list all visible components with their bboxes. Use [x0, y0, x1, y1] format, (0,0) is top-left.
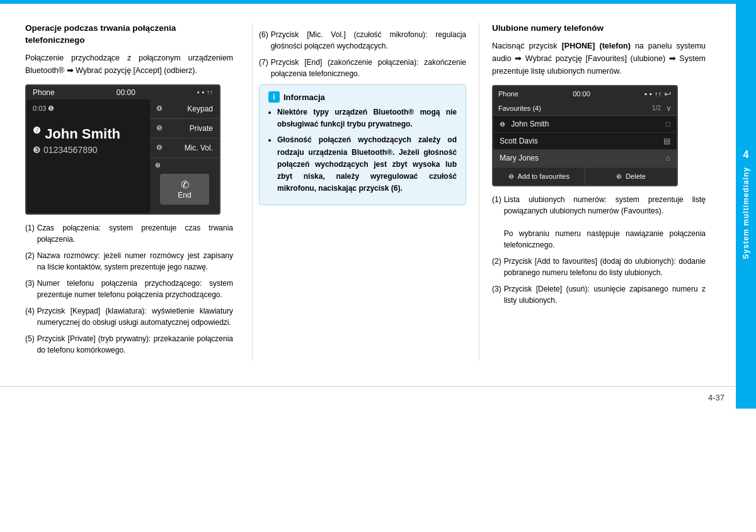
favourites-bar: Favourites (4) 1/2 ∨ [493, 101, 677, 116]
delete-btn[interactable]: ❸ Delete [585, 167, 677, 185]
signal-icon: ▪ [202, 89, 204, 96]
contact-name-1: John Smith [511, 120, 549, 128]
phone-label-right: Phone [498, 90, 518, 98]
end-label: End [165, 191, 204, 200]
phone-contact-number: ❸ 01234567890 [33, 145, 144, 155]
list-item: (3) Numer telefonu połączenia przychodzą… [25, 278, 233, 300]
favourites-label: Favourites (4) [498, 105, 541, 112]
contact-name-2: Scott Davis [500, 137, 538, 145]
private-btn[interactable]: ❺ Private [150, 119, 219, 139]
bluetooth-icon: ↑↑ [207, 89, 213, 96]
item-text: Przycisk [Delete] (usuń): usunięcie zapi… [504, 283, 706, 306]
left-section-title: Operacje podczas trwania połączenia tele… [25, 23, 233, 47]
item-num: (2) [25, 250, 35, 273]
item-num: (6) [259, 29, 268, 52]
mic-vol-btn[interactable]: ❻ Mic. Vol. [150, 139, 219, 158]
pagination-text: 1/2 [652, 105, 661, 111]
contact-info-2: Scott Davis [500, 137, 538, 145]
private-badge: ❺ [156, 124, 163, 132]
contact-info-3: Mary Jones [500, 154, 539, 162]
item-text: Przycisk [Private] (tryb prywatny): prze… [37, 333, 233, 356]
phone-screen-right: Phone 00:00 ▪ ▪ ↑↑ ↩ Favourites (4) 1/2 … [492, 85, 678, 186]
scroll-down-icon[interactable]: ∨ [666, 104, 672, 113]
left-numbered-list: (1) Czas połączenia: system prezentuje c… [25, 222, 233, 356]
back-btn[interactable]: ↩ [664, 89, 672, 99]
phone-screen-left: Phone 00:00 ▪ ▪ ↑↑ 0:03 ❶ ❷ [25, 84, 220, 215]
info-box: i Informacja Niektóre typy urządzeń Blue… [259, 84, 466, 205]
right-column: Ulubione numery telefonów Nacisnąć przyc… [479, 23, 731, 361]
add-fav-badge: ❷ [508, 173, 514, 180]
item-num: (4) [25, 305, 35, 328]
phone-buttons: ❹ Keypad ❺ Private ❻ Mic. Vol. ❼ [150, 99, 219, 213]
keypad-btn[interactable]: ❹ Keypad [150, 99, 219, 119]
phone-body-left: 0:03 ❶ ❷ John Smith ❸ 01234567890 [26, 99, 219, 213]
add-fav-label: Add to favourites [517, 173, 570, 180]
item-num: (2) [492, 256, 501, 278]
list-item: (2) Nazwa rozmówcy: jeżeli numer rozmówc… [25, 250, 233, 273]
item-text: Numer telefonu połączenia przychodzącego… [37, 278, 233, 300]
contact-badge-1: ❶ [500, 121, 505, 128]
phone-icons-right: ▪ ▪ ↑↑ ↩ [644, 89, 672, 99]
info-item: Niektóre typy urządzeń Bluetooth® mogą n… [277, 106, 457, 130]
phone-header-right: Phone 00:00 ▪ ▪ ↑↑ ↩ [493, 86, 677, 101]
phone-icons-left: ▪ ▪ ↑↑ [197, 89, 213, 96]
end-btn-area: ❼ ✆ End [150, 158, 219, 213]
pagination-area: 1/2 ∨ [652, 104, 672, 113]
mic-badge: ❻ [156, 144, 163, 152]
list-item: (5) Przycisk [Private] (tryb prywatny): … [25, 333, 233, 356]
phone-contact-name-left: ❷ John Smith [33, 125, 144, 142]
item-text: Przycisk [End] (zakończenie połączenia):… [271, 57, 466, 79]
battery-icon: ▪ [197, 89, 200, 96]
battery-icon-r: ▪ [644, 90, 647, 98]
list-item: (3) Przycisk [Delete] (usuń): usunięcie … [492, 283, 706, 306]
call-time: 0:03 ❶ [33, 105, 144, 113]
mic-label: Mic. Vol. [185, 144, 213, 152]
right-numbered-list: (1) Lista ulubionych numerów: system pre… [492, 194, 706, 306]
item-num: (1) [25, 222, 35, 245]
contact-icon-1: □ [666, 120, 670, 128]
list-item: (1) Czas połączenia: system prezentuje c… [25, 222, 233, 245]
contact-row-2[interactable]: Scott Davis ▤ [493, 133, 677, 150]
left-column: Operacje podczas trwania połączenia tele… [25, 23, 252, 361]
signal-icon-r: ▪ [650, 90, 652, 98]
phone-time-right: 00:00 [573, 90, 590, 98]
section-sidebar: 4 System multimedialny [736, 0, 756, 409]
list-item: (1) Lista ulubionych numerów: system pre… [492, 194, 706, 251]
contact-info-1: ❶ John Smith [500, 120, 549, 128]
item-text: Przycisk [Mic. Vol.] (czułość mikrofonu)… [271, 29, 466, 52]
info-icon: i [268, 91, 280, 103]
contact-badge: ❷ [33, 125, 41, 135]
end-badge: ❼ [155, 162, 214, 169]
item-text: Nazwa rozmówcy: jeżeli numer rozmówcy je… [37, 250, 233, 273]
end-icon: ✆ [165, 179, 204, 191]
contact-name-text: John Smith [45, 126, 120, 142]
sidebar-content: 4 System multimedialny [742, 149, 750, 259]
phone-footer: ❷ Add to favourites ❸ Delete [493, 167, 677, 185]
contact-icon-3: ⌂ [666, 154, 670, 162]
section-number: 4 [743, 149, 749, 161]
list-item: (2) Przycisk [Add to favourites] (dodaj … [492, 256, 706, 278]
info-title-text: Informacja [284, 93, 325, 102]
add-favourites-btn[interactable]: ❷ Add to favourites [493, 167, 585, 185]
right-section-intro: Nacisnąć przycisk [PHONE] (telefon) na p… [492, 40, 706, 77]
end-btn[interactable]: ✆ End [160, 174, 209, 205]
contact-icon-2: ▤ [663, 137, 670, 145]
contact-number-text: 01234567890 [43, 145, 98, 155]
list-item: (6) Przycisk [Mic. Vol.] (czułość mikrof… [259, 29, 466, 52]
phone-label-left: Phone [33, 88, 55, 97]
phone-time-left: 00:00 [117, 88, 135, 97]
delete-badge: ❸ [616, 173, 622, 180]
phone-call-info: 0:03 ❶ ❷ John Smith ❸ 01234567890 [26, 99, 150, 213]
keypad-badge: ❹ [156, 105, 163, 113]
item-num: (7) [259, 57, 268, 79]
contact-row-1[interactable]: ❶ John Smith □ [493, 116, 677, 133]
item-num: (5) [25, 333, 35, 356]
left-section-intro: Połączenie przychodzące z połączonym urz… [25, 52, 233, 77]
list-item: (7) Przycisk [End] (zakończenie połączen… [259, 57, 466, 79]
page-number: 4-37 [708, 393, 724, 402]
mid-column: (6) Przycisk [Mic. Vol.] (czułość mikrof… [252, 23, 479, 361]
item-num: (3) [25, 278, 35, 300]
contact-row-3[interactable]: Mary Jones ⌂ [493, 150, 677, 167]
number-badge: ❸ [33, 145, 41, 155]
sidebar-label: System multimedialny [742, 167, 750, 259]
